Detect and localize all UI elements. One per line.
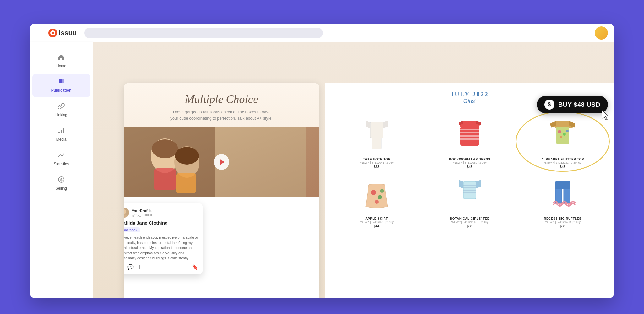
linking-icon: [58, 103, 65, 111]
issuu-logo-text: issuu: [59, 29, 77, 37]
lookbook-subtitle: These gorgeous fall florals check all th…: [168, 109, 275, 121]
svg-marker-51: [476, 180, 481, 188]
main-area: Home Publication Linking Media: [30, 42, 614, 298]
cursor-arrow: [602, 110, 610, 121]
lookbook-badge: Lookbook: [124, 227, 140, 232]
lookbook-panel: Multiple Choice These gorgeous fall flor…: [124, 83, 319, 298]
sidebar-label-selling: Selling: [56, 186, 67, 191]
svg-point-41: [558, 130, 561, 133]
svg-rect-8: [58, 132, 60, 133]
product-image: [519, 114, 607, 155]
search-bar[interactable]: [84, 28, 323, 38]
buy-button[interactable]: $ BUY $48 USD: [537, 96, 608, 113]
svg-rect-53: [463, 187, 476, 188]
svg-point-43: [566, 130, 569, 132]
statistics-icon: [58, 152, 65, 160]
play-icon: [220, 159, 225, 165]
svg-rect-33: [460, 129, 479, 130]
product-image: [333, 174, 421, 214]
product-item: BOOKWORM LAP DRESS *NEW!* | 34112050 | 2…: [426, 114, 514, 169]
bookmark-icon[interactable]: 🔖: [192, 264, 198, 270]
svg-rect-34: [460, 132, 479, 133]
lookbook-image-area: [124, 127, 319, 197]
svg-rect-40: [556, 127, 569, 144]
product-image: [426, 174, 514, 214]
product-sku-2: *NEW!* | 34112031 | 0-3M-6y: [519, 161, 607, 164]
sidebar-label-publication: Publication: [51, 88, 72, 93]
svg-rect-36: [460, 138, 479, 140]
content-area: Multiple Choice These gorgeous fall flor…: [93, 42, 614, 298]
sidebar-item-home[interactable]: Home: [32, 49, 90, 73]
selling-icon: $: [58, 176, 65, 185]
social-name: YourProfile: [132, 209, 152, 213]
lookbook-header: Multiple Choice These gorgeous fall flor…: [124, 83, 319, 127]
svg-rect-4: [61, 79, 64, 83]
product-name-4: BOTANICAL GIRLS' TEE: [426, 217, 514, 220]
sidebar-label-linking: Linking: [55, 113, 67, 117]
catalog-grid: TAKE NOTE TOP *NEW!* | 34112041 | 2-16y …: [325, 108, 614, 234]
svg-rect-9: [61, 130, 62, 133]
product-item: TAKE NOTE TOP *NEW!* | 34112041 | 2-16y …: [333, 114, 421, 169]
sidebar-item-statistics[interactable]: Statistics: [32, 147, 90, 171]
product-image: [426, 114, 514, 155]
social-subtitle: @my_portfolio: [132, 213, 152, 217]
svg-rect-35: [460, 135, 479, 137]
svg-marker-50: [459, 180, 463, 188]
comment-icon[interactable]: 💬: [127, 264, 134, 270]
svg-text:$: $: [60, 178, 63, 182]
product-name-1: BOOKWORM LAP DRESS: [426, 158, 514, 161]
media-icon: [58, 127, 65, 136]
issuu-logo-icon: [48, 28, 57, 38]
svg-rect-55: [463, 192, 476, 193]
hamburger-icon[interactable]: [36, 31, 43, 35]
svg-point-47: [375, 200, 379, 204]
product-sku-1: *NEW!* | 34112050 | 2-16y: [426, 161, 514, 164]
svg-rect-20: [154, 168, 176, 190]
lookbook-title: Multiple Choice: [137, 93, 306, 106]
svg-rect-21: [176, 173, 196, 193]
product-sku-5: *NEW!* | 34112045B | 2-16y: [519, 220, 607, 224]
svg-point-18: [152, 139, 178, 158]
product-sku-3: *NEW!* | 34112078 | 2-16y: [333, 220, 421, 224]
svg-point-2: [52, 32, 54, 34]
sidebar-label-home: Home: [56, 64, 66, 68]
sidebar-item-linking[interactable]: Linking: [32, 98, 90, 122]
svg-point-48: [380, 189, 384, 193]
product-image: [519, 174, 607, 214]
svg-point-45: [371, 190, 376, 195]
product-item: RECESS BIG RUFFLES *NEW!* | 34112045B | …: [519, 174, 607, 228]
svg-point-46: [378, 195, 382, 199]
sidebar-item-selling[interactable]: $ Selling: [32, 172, 90, 195]
product-image: [333, 114, 421, 155]
svg-point-44: [560, 136, 562, 138]
svg-marker-26: [366, 121, 370, 128]
product-name-5: RECESS BIG RUFFLES: [519, 217, 607, 220]
svg-point-19: [175, 147, 199, 165]
svg-rect-10: [63, 128, 64, 133]
sidebar-label-media: Media: [56, 137, 67, 142]
social-body-text: However, each endeavor, irrespective of …: [124, 235, 198, 261]
product-price-3: $44: [333, 224, 421, 228]
play-button[interactable]: [214, 154, 229, 170]
product-price-4: $38: [426, 224, 514, 228]
dollar-icon: $: [544, 100, 554, 110]
sidebar-item-media[interactable]: Media: [32, 123, 90, 146]
product-name-2: ALPHABET FLUTTER TOP: [519, 158, 607, 161]
product-item: BOTANICAL GIRLS' TEE *NEW!* | 34112111ST…: [426, 174, 514, 228]
svg-marker-59: [602, 110, 609, 120]
product-name-0: TAKE NOTE TOP: [333, 158, 421, 161]
sidebar-item-publication[interactable]: Publication: [32, 74, 90, 97]
social-card: YourProfile @my_portfolio Matilda Jane C…: [124, 203, 203, 274]
social-actions: ♡ 💬 ⬆ 🔖: [124, 264, 198, 270]
issuu-logo[interactable]: issuu: [48, 28, 77, 38]
user-avatar[interactable]: [595, 26, 608, 40]
svg-rect-28: [372, 138, 381, 149]
product-name-3: APPLE SKIRT: [333, 217, 421, 220]
product-price-5: $38: [519, 224, 607, 228]
product-price-0: $38: [333, 165, 421, 169]
sidebar: Home Publication Linking Media: [30, 42, 93, 298]
catalog-panel: JULY 2022 Girls': [325, 83, 614, 298]
share-icon[interactable]: ⬆: [137, 264, 141, 270]
sidebar-label-statistics: Statistics: [54, 162, 69, 166]
browser-topbar: issuu: [30, 24, 614, 42]
